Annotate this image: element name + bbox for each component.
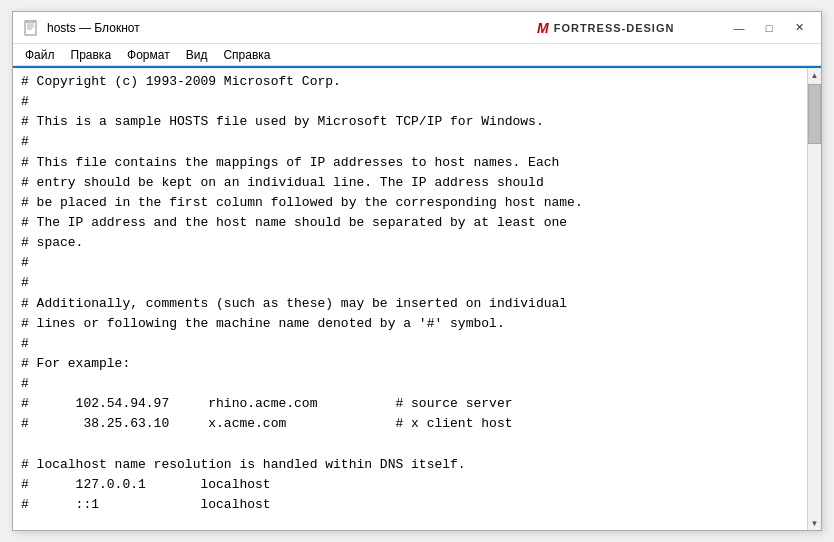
close-button[interactable]: ✕ <box>785 18 813 38</box>
menu-edit[interactable]: Правка <box>63 46 120 64</box>
menu-bar: Файл Правка Формат Вид Справка <box>13 44 821 66</box>
maximize-button[interactable]: □ <box>755 18 783 38</box>
text-editor[interactable]: # Copyright (c) 1993-2009 Microsoft Corp… <box>13 68 807 530</box>
menu-view[interactable]: Вид <box>178 46 216 64</box>
scroll-down-arrow[interactable]: ▼ <box>808 516 822 530</box>
window-controls: — □ ✕ <box>725 18 813 38</box>
title-bar: hosts — Блокнот M FORTRESS-DESIGN — □ ✕ <box>13 12 821 44</box>
brand-logo: M FORTRESS-DESIGN <box>537 20 674 36</box>
scroll-track <box>808 82 821 516</box>
scroll-thumb[interactable] <box>808 84 821 144</box>
svg-rect-1 <box>27 20 34 23</box>
window-title: hosts — Блокнот <box>47 21 140 35</box>
minimize-button[interactable]: — <box>725 18 753 38</box>
main-window: hosts — Блокнот M FORTRESS-DESIGN — □ ✕ … <box>12 11 822 531</box>
logo-text: FORTRESS-DESIGN <box>554 22 675 34</box>
title-bar-left: hosts — Блокнот <box>23 20 140 36</box>
menu-file[interactable]: Файл <box>17 46 63 64</box>
scrollbar[interactable]: ▲ ▼ <box>807 68 821 530</box>
menu-help[interactable]: Справка <box>215 46 278 64</box>
editor-area: # Copyright (c) 1993-2009 Microsoft Corp… <box>13 66 821 530</box>
scroll-up-arrow[interactable]: ▲ <box>808 68 822 82</box>
menu-format[interactable]: Формат <box>119 46 178 64</box>
notepad-icon <box>23 20 39 36</box>
logo-icon: M <box>537 20 549 36</box>
